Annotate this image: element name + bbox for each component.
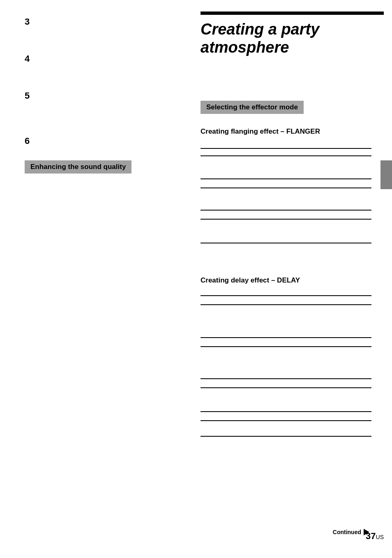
number-5: 5 [25,90,30,101]
line-7 [201,243,371,243]
flanging-title: Creating flanging effect – FLANGER [201,127,320,136]
line-1 [201,148,371,149]
continued-label: Continued [333,529,361,535]
line-12 [201,378,371,379]
enhancing-header-label: Enhancing the sound quality [25,160,131,174]
line-2 [201,155,371,156]
page-number-bottom: 37US [366,531,384,542]
continued-section: Continued [333,529,369,535]
line-10 [201,337,371,338]
enhancing-header: Enhancing the sound quality [25,160,131,174]
number-4: 4 [25,53,30,64]
page-num-value: 37 [366,531,376,541]
number-3: 3 [25,16,30,27]
line-14 [201,411,371,412]
selecting-header: Selecting the effector mode [201,101,304,114]
line-3 [201,178,371,179]
line-6 [201,219,371,220]
line-15 [201,420,371,421]
page-num-suffix: US [376,534,384,540]
line-8 [201,295,371,296]
delay-title: Creating delay effect – DELAY [201,276,300,285]
selecting-header-label: Selecting the effector mode [201,101,304,114]
number-6: 6 [25,136,30,146]
main-title-text: Creating a party atmosphere [201,21,371,56]
line-4 [201,188,371,188]
line-5 [201,210,371,211]
top-bar-decoration [201,12,384,15]
line-16 [201,436,371,437]
main-title-block: Creating a party atmosphere [201,21,371,56]
right-tab-decoration [380,160,392,189]
line-11 [201,346,371,347]
line-13 [201,387,371,388]
page-container: 3 4 5 6 Creating a party atmosphere Sele… [0,0,392,558]
line-9 [201,304,371,305]
